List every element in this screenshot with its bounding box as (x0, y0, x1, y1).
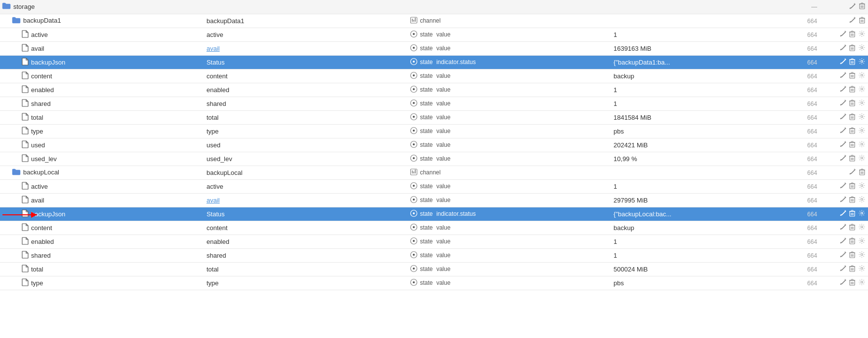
delete-button[interactable] (849, 265, 855, 273)
edit-button[interactable] (840, 155, 846, 163)
svg-point-87 (861, 143, 863, 145)
edit-button[interactable] (840, 31, 846, 38)
edit-button[interactable] (840, 141, 846, 149)
delete-button[interactable] (849, 44, 855, 53)
settings-button[interactable] (859, 182, 865, 190)
table-row-backupData1-shared[interactable]: sharedsharedstate value1664 (0, 97, 868, 110)
delete-button[interactable] (849, 251, 855, 260)
settings-button[interactable] (859, 237, 865, 245)
settings-button[interactable] (859, 113, 865, 121)
delete-button[interactable] (849, 279, 855, 287)
settings-button[interactable] (859, 58, 865, 66)
table-row-backupData1[interactable]: backupData1backupData1channel664 (0, 14, 868, 28)
table-row-backupData1-content[interactable]: contentcontentstate valuebackup664 (0, 69, 868, 83)
settings-button[interactable] (859, 141, 865, 149)
cell-actions-storage (820, 0, 868, 14)
delete-button[interactable] (849, 86, 855, 94)
perms-label: 664 (807, 18, 817, 25)
table-row-backupLocal-content[interactable]: contentcontentstate valuebackup664 (0, 221, 868, 235)
table-row-storage[interactable]: storage— (0, 0, 868, 14)
table-row-backupData1-type[interactable]: typetypestate valuepbs664 (0, 124, 868, 138)
settings-button[interactable] (859, 31, 865, 38)
cell-alias-backupLocal-avail: avail (204, 193, 407, 207)
edit-button[interactable] (840, 224, 846, 232)
delete-button[interactable] (859, 17, 865, 25)
cell-perms-backupLocal-active: 664 (790, 179, 820, 193)
settings-button[interactable] (859, 279, 865, 287)
delete-button[interactable] (849, 196, 855, 204)
settings-button[interactable] (859, 127, 865, 135)
edit-button[interactable] (840, 44, 846, 52)
svg-point-55 (861, 88, 863, 90)
delete-button[interactable] (849, 58, 855, 67)
type-label: state (420, 100, 433, 106)
value-label: 1841584 MiB (614, 114, 651, 121)
settings-button[interactable] (859, 251, 865, 259)
table-row-backupLocal-active[interactable]: activeactivestate value1664 (0, 179, 868, 193)
edit-button[interactable] (840, 251, 846, 259)
row-name-label: total (31, 114, 43, 121)
settings-button[interactable] (859, 224, 865, 232)
edit-button[interactable] (840, 237, 846, 245)
delete-button[interactable] (849, 72, 855, 80)
edit-button[interactable] (840, 100, 846, 107)
file-icon (22, 223, 29, 233)
edit-button[interactable] (840, 196, 846, 204)
svg-point-160 (861, 268, 863, 270)
table-row-backupData1-avail[interactable]: availavailstate value1639163 MiB664 (0, 41, 868, 55)
perms-label: 664 (807, 128, 817, 135)
cell-alias-backupData1-content: content (204, 69, 407, 83)
delete-button[interactable] (849, 141, 855, 149)
table-row-backupLocal[interactable]: backupLocalbackupLocalchannel664 (0, 166, 868, 179)
table-row-backupData1-total[interactable]: totaltotalstate value1841584 MiB664 (0, 110, 868, 124)
edit-button[interactable] (849, 3, 856, 11)
settings-button[interactable] (859, 100, 865, 107)
delete-button[interactable] (849, 237, 855, 246)
subtype-label: value (436, 72, 451, 79)
cell-value-backupLocal-total: 500024 MiB (611, 262, 790, 276)
edit-button[interactable] (840, 86, 846, 94)
cell-alias-backupLocal-backupJson: Status (204, 207, 407, 221)
settings-button[interactable] (859, 86, 865, 94)
settings-button[interactable] (859, 265, 865, 273)
delete-button[interactable] (849, 224, 855, 232)
delete-button[interactable] (849, 113, 855, 122)
table-row-backupData1-used_lev[interactable]: used_levused_levstate value10,99 %664 (0, 152, 868, 166)
edit-button[interactable] (840, 113, 846, 121)
table-row-backupLocal-avail[interactable]: availavailstate value297995 MiB664 (0, 193, 868, 207)
table-row-backupLocal-total[interactable]: totaltotalstate value500024 MiB664 (0, 262, 868, 276)
settings-button[interactable] (859, 210, 865, 218)
delete-button[interactable] (859, 2, 865, 11)
edit-button[interactable] (840, 182, 846, 190)
table-row-backupData1-backupJson[interactable]: backupJsonStatusstate indicator.status{"… (0, 55, 868, 69)
edit-button[interactable] (849, 17, 856, 25)
delete-button[interactable] (849, 31, 855, 39)
delete-button[interactable] (859, 169, 865, 177)
settings-button[interactable] (859, 72, 865, 80)
edit-button[interactable] (840, 279, 846, 287)
edit-button[interactable] (840, 127, 846, 135)
table-row-backupLocal-backupJson[interactable]: backupJsonStatusstate indicator.status{"… (0, 207, 868, 221)
settings-button[interactable] (859, 155, 865, 163)
delete-button[interactable] (849, 100, 855, 108)
subtype-label: value (436, 251, 451, 258)
table-row-backupData1-used[interactable]: usedusedstate value202421 MiB664 (0, 138, 868, 152)
table-row-backupLocal-shared[interactable]: sharedsharedstate value1664 (0, 248, 868, 262)
file-icon (22, 71, 29, 81)
edit-button[interactable] (840, 58, 846, 66)
edit-button[interactable] (849, 169, 856, 176)
delete-button[interactable] (849, 127, 855, 135)
delete-button[interactable] (849, 155, 855, 163)
settings-button[interactable] (859, 44, 865, 52)
edit-button[interactable] (840, 72, 846, 80)
delete-button[interactable] (849, 182, 855, 191)
table-row-backupData1-enabled[interactable]: enabledenabledstate value1664 (0, 83, 868, 97)
settings-button[interactable] (859, 196, 865, 204)
edit-button[interactable] (840, 265, 846, 273)
edit-button[interactable] (840, 210, 846, 218)
table-row-backupLocal-type[interactable]: typetypestate valuepbs664 (0, 276, 868, 290)
cell-actions-backupData1-shared (820, 97, 868, 110)
delete-button[interactable] (849, 210, 855, 218)
table-row-backupLocal-enabled[interactable]: enabledenabledstate value1664 (0, 235, 868, 248)
table-row-backupData1-active[interactable]: activeactivestate value1664 (0, 28, 868, 41)
